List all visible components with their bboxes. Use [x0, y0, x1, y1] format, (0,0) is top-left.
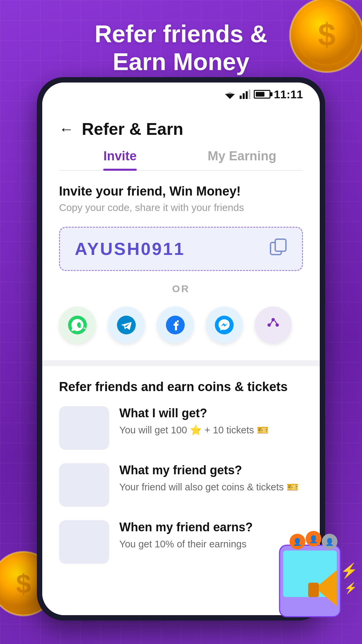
- copy-icon[interactable]: [270, 238, 287, 259]
- earn-item-3-content: When my friend earns? You get 10% of the…: [119, 520, 253, 551]
- svg-text:⚡: ⚡: [340, 562, 358, 579]
- earn-item-3-title: When my friend earns?: [119, 520, 253, 534]
- svg-rect-10: [308, 583, 319, 597]
- earn-item-2-title: What my friend gets?: [119, 463, 299, 477]
- whatsapp-share-button[interactable]: [59, 307, 96, 343]
- earn-item-1-desc: You will get 100 ⭐ + 10 tickets 🎫: [119, 423, 269, 437]
- earn-item-2: What my friend gets? Your friend will al…: [59, 463, 303, 507]
- telegram-share-button[interactable]: [108, 307, 145, 343]
- coin-top-right-decoration: $: [288, 0, 362, 74]
- earn-item-2-icon: [59, 463, 109, 507]
- app-header: ← Refer & Earn: [42, 106, 320, 139]
- status-icons: 11:11: [224, 88, 303, 101]
- earn-item-3-desc: You get 10% of their earnings: [119, 537, 253, 551]
- section-divider: [42, 360, 320, 366]
- svg-point-31: [215, 316, 234, 334]
- svg-text:$: $: [16, 569, 31, 599]
- svg-text:👤: 👤: [325, 538, 334, 546]
- svg-rect-23: [243, 93, 245, 99]
- svg-text:$: $: [318, 17, 336, 52]
- signal-icon: [240, 90, 250, 99]
- tab-my-earning[interactable]: My Earning: [181, 149, 303, 170]
- svg-text:⚡: ⚡: [344, 582, 357, 594]
- svg-rect-24: [246, 91, 248, 99]
- svg-rect-27: [275, 239, 286, 251]
- earn-item-2-content: What my friend gets? Your friend will al…: [119, 463, 299, 494]
- earn-item-2-desc: Your friend will also get coins & ticket…: [119, 480, 299, 494]
- more-share-button[interactable]: [255, 307, 292, 343]
- status-bar: 11:11: [42, 83, 320, 106]
- invite-subtitle: Copy your code, share it with your frien…: [59, 202, 303, 213]
- battery-icon: [254, 90, 270, 99]
- earn-item-1: What I will get? You will get 100 ⭐ + 10…: [59, 406, 303, 450]
- svg-text:👤: 👤: [293, 538, 302, 546]
- svg-text:👤: 👤: [309, 535, 318, 544]
- tab-invite[interactable]: Invite: [59, 149, 181, 170]
- page-title: Refer & Earn: [82, 119, 183, 139]
- referral-code-box[interactable]: AYUSH0911: [59, 227, 303, 271]
- svg-line-35: [270, 321, 273, 324]
- wifi-icon: [224, 90, 236, 99]
- svg-rect-25: [249, 90, 250, 99]
- referral-code-text: AYUSH0911: [75, 239, 185, 259]
- or-divider: OR: [59, 283, 303, 294]
- earn-item-3-icon: [59, 520, 109, 564]
- earn-item-1-icon: [59, 406, 109, 450]
- facebook-share-button[interactable]: [157, 307, 194, 343]
- back-button[interactable]: ←: [59, 121, 74, 138]
- share-buttons-row: [59, 307, 303, 343]
- svg-point-34: [276, 323, 279, 327]
- megaphone-decoration: ⚡ ⚡ 👤 👤 👤: [258, 517, 362, 624]
- tab-bar: Invite My Earning: [59, 149, 303, 171]
- earn-section-title: Refer friends and earn coins & tickets: [59, 380, 303, 394]
- messenger-share-button[interactable]: [206, 307, 243, 343]
- svg-rect-22: [240, 96, 242, 99]
- svg-point-28: [68, 316, 87, 334]
- invite-title: Invite your friend, Win Money!: [59, 184, 303, 199]
- earn-item-1-content: What I will get? You will get 100 ⭐ + 10…: [119, 406, 269, 437]
- svg-line-36: [275, 321, 277, 324]
- status-time: 11:11: [274, 88, 303, 101]
- earn-item-1-title: What I will get?: [119, 406, 269, 420]
